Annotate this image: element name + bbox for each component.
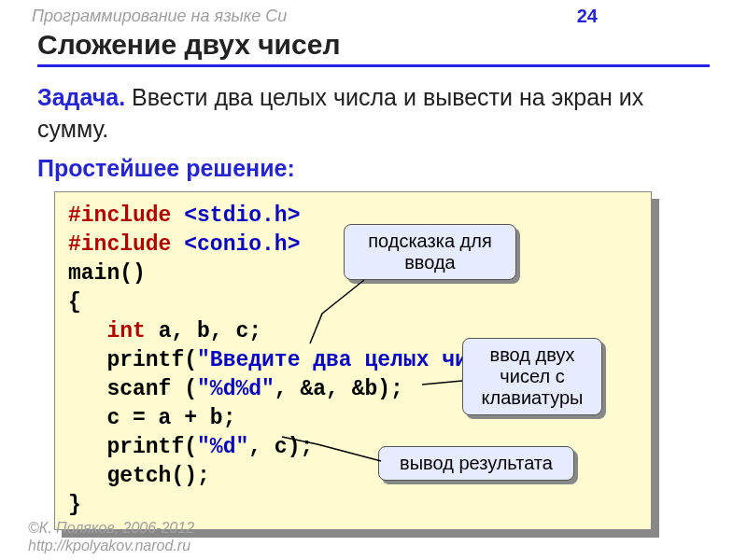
author-line: ©К. Поляков, 2006-2012 (28, 520, 194, 537)
code-printf2a: printf( (68, 435, 197, 459)
code-include2-lib: <conio.h> (184, 232, 300, 257)
page-number: 24 (577, 6, 710, 27)
footer: ©К. Поляков, 2006-2012 http://kpolyakov.… (28, 520, 194, 554)
code-include1-lib: <stdio.h> (184, 203, 300, 228)
code-scanfb: , &a, &b); (275, 377, 403, 401)
code-decl: a, b, c; (146, 319, 261, 343)
code-include1-kw: #include (68, 203, 184, 228)
callout-hint: подсказка для ввода (344, 224, 516, 280)
code-scanfa: scanf ( (68, 377, 197, 401)
course-title: Программирование на языке Си (32, 7, 287, 26)
code-brace-close: } (68, 493, 81, 517)
code-main: main() (68, 261, 146, 286)
code-brace-open: { (68, 290, 81, 315)
url-line: http://kpolyakov.narod.ru (28, 538, 194, 554)
task-label: Задача. (37, 84, 125, 110)
solution-label: Простейшее решение: (37, 155, 710, 182)
code-getch: getch(); (68, 464, 210, 488)
code-assign: c = a + b; (68, 406, 235, 430)
code-int-kw: int (106, 319, 145, 343)
code-scanf-str: "%d%d" (197, 377, 275, 401)
task-text: Задача. Ввести два целых числа и вывести… (37, 82, 710, 146)
callout-input: ввод двух чисел с клавиатуры (462, 338, 602, 415)
code-printf2-str: "%d" (197, 435, 248, 459)
code-printf2b: , c); (248, 435, 313, 459)
task-body: Ввести два целых числа и вывести на экра… (37, 84, 643, 142)
code-include2-kw: #include (68, 232, 184, 257)
callout-output: вывод результата (378, 446, 574, 481)
slide-title: Сложение двух чисел (37, 29, 710, 67)
code-printf1a: printf( (68, 348, 197, 372)
